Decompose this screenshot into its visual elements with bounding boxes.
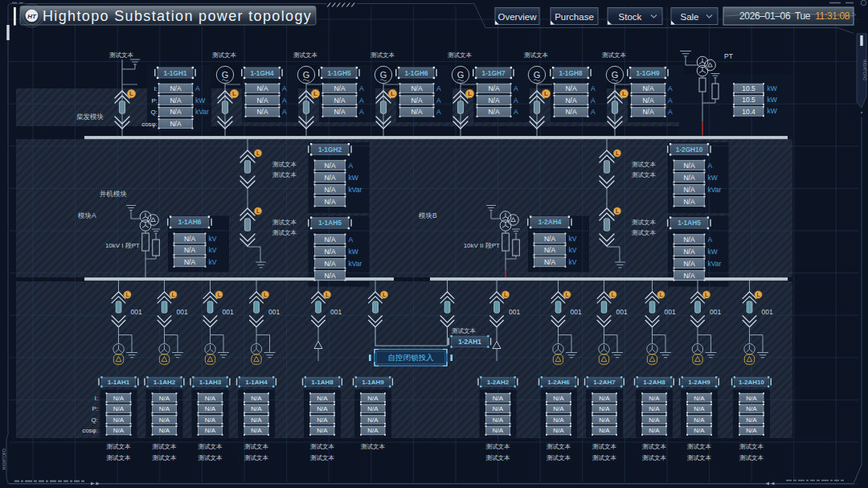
svg-text:1-1AH6: 1-1AH6 [178, 218, 202, 226]
svg-text:测试文本: 测试文本 [486, 454, 511, 461]
svg-text:N/A: N/A [544, 258, 556, 266]
svg-text:1-2AH7: 1-2AH7 [593, 379, 616, 386]
svg-text:N/A: N/A [170, 96, 182, 105]
svg-text:L: L [232, 90, 236, 97]
svg-text:1-1GH8: 1-1GH8 [559, 69, 582, 77]
svg-text:测试文本: 测试文本 [739, 454, 764, 461]
svg-text:N/A: N/A [324, 272, 336, 280]
svg-text:测试文本: 测试文本 [642, 443, 667, 450]
svg-text:L: L [504, 292, 507, 297]
svg-text:N/A: N/A [205, 427, 216, 434]
svg-text:L: L [217, 292, 220, 297]
svg-text:Overview: Overview [498, 12, 538, 22]
svg-text:L: L [326, 292, 329, 297]
svg-text:L: L [468, 90, 472, 97]
svg-text:测试文本: 测试文本 [199, 454, 223, 461]
svg-text:测试文本: 测试文本 [244, 454, 269, 461]
svg-text:kW: kW [768, 84, 777, 92]
svg-text:A: A [282, 84, 287, 92]
svg-text:N/A: N/A [553, 405, 564, 412]
svg-text:N/A: N/A [113, 405, 125, 412]
svg-text:N/A: N/A [334, 96, 346, 105]
svg-text:N/A: N/A [205, 395, 216, 402]
svg-text:Q:: Q: [151, 109, 158, 116]
svg-text:N/A: N/A [184, 246, 196, 254]
svg-text:001: 001 [268, 308, 280, 316]
svg-text:A: A [282, 108, 287, 116]
svg-text:N/A: N/A [324, 260, 336, 268]
svg-text:测试文本: 测试文本 [739, 443, 764, 450]
svg-text:N/A: N/A [544, 246, 556, 254]
svg-text:N/A: N/A [251, 395, 262, 402]
svg-text:1-1GH4: 1-1GH4 [250, 69, 273, 77]
svg-text:N/A: N/A [324, 174, 336, 182]
svg-text:N/A: N/A [683, 198, 695, 206]
svg-text:kV: kV [569, 258, 577, 266]
svg-text:G: G [222, 70, 229, 80]
svg-text:1-1AH9: 1-1AH9 [362, 379, 384, 386]
svg-text:L: L [756, 292, 760, 297]
svg-text:001: 001 [571, 308, 582, 316]
svg-text:001: 001 [762, 308, 773, 316]
svg-text:001: 001 [710, 308, 721, 316]
svg-text:G: G [457, 70, 465, 80]
svg-text:N/A: N/A [649, 416, 660, 424]
svg-text:10.4: 10.4 [742, 108, 755, 116]
svg-text:I:: I: [95, 395, 98, 402]
svg-text:1-1AH4: 1-1AH4 [245, 379, 268, 386]
svg-text:测试文本: 测试文本 [107, 454, 132, 461]
svg-text:P:: P: [151, 97, 158, 105]
svg-text:A: A [668, 84, 673, 92]
svg-text:1-1AH5: 1-1AH5 [678, 219, 701, 227]
svg-text:N/A: N/A [694, 416, 705, 424]
svg-text:A: A [436, 108, 441, 116]
svg-text:测试文本: 测试文本 [486, 443, 511, 450]
svg-text:N/A: N/A [746, 416, 757, 424]
svg-text:测试文本: 测试文本 [109, 51, 134, 59]
svg-text:kV: kV [209, 246, 217, 254]
svg-text:A: A [668, 108, 673, 116]
svg-text:P:: P: [92, 405, 98, 412]
svg-text:N/A: N/A [184, 258, 196, 266]
svg-text:G: G [612, 70, 619, 80]
svg-text:N/A: N/A [205, 416, 216, 424]
svg-text:测试文本: 测试文本 [524, 51, 549, 59]
svg-text:N/A: N/A [324, 186, 336, 194]
svg-text:测试文本: 测试文本 [632, 229, 657, 236]
svg-text:2026–01–06 Tue 11:31:08: 2026–01–06 Tue 11:31:08 [739, 10, 850, 22]
svg-text:A: A [514, 108, 518, 116]
svg-text:1-1GH1: 1-1GH1 [163, 69, 186, 77]
svg-text:A: A [282, 96, 287, 105]
svg-text:测试文本: 测试文本 [212, 51, 237, 59]
svg-text:测试文本: 测试文本 [272, 229, 297, 236]
svg-text:测试文本: 测试文本 [310, 443, 335, 450]
svg-text:测试文本: 测试文本 [272, 171, 297, 178]
svg-text:测试文本: 测试文本 [632, 171, 657, 178]
svg-text:N/A: N/A [317, 405, 328, 412]
svg-text:测试文本: 测试文本 [602, 51, 627, 59]
svg-text:kV: kV [209, 235, 217, 243]
svg-text:N/A: N/A [159, 427, 170, 434]
svg-text:1-2AH8: 1-2AH8 [643, 379, 665, 386]
svg-text:柴发模块: 柴发模块 [76, 113, 104, 121]
svg-text:L: L [391, 90, 395, 97]
svg-text:cosφ:: cosφ: [141, 121, 158, 128]
svg-text:1-1GH5: 1-1GH5 [327, 69, 350, 77]
svg-text:1-1AH8: 1-1AH8 [311, 379, 334, 386]
svg-text:N/A: N/A [411, 96, 423, 105]
svg-text:A: A [668, 96, 673, 105]
svg-text:N/A: N/A [113, 395, 125, 402]
svg-text:N/A: N/A [205, 405, 216, 412]
svg-text:N/A: N/A [251, 416, 262, 424]
svg-text:测试文本: 测试文本 [592, 443, 617, 450]
svg-text:N/A: N/A [599, 405, 610, 412]
svg-text:测试文本: 测试文本 [632, 161, 657, 168]
svg-text:1-1GH6: 1-1GH6 [404, 69, 428, 77]
svg-text:N/A: N/A [649, 395, 660, 402]
svg-text:N/A: N/A [683, 272, 695, 280]
svg-text:1-1GH9: 1-1GH9 [636, 69, 659, 77]
svg-text:N/A: N/A [170, 120, 182, 128]
svg-text:kVar: kVar [349, 260, 362, 268]
svg-text:L: L [256, 208, 260, 214]
svg-text:N/A: N/A [488, 108, 500, 116]
